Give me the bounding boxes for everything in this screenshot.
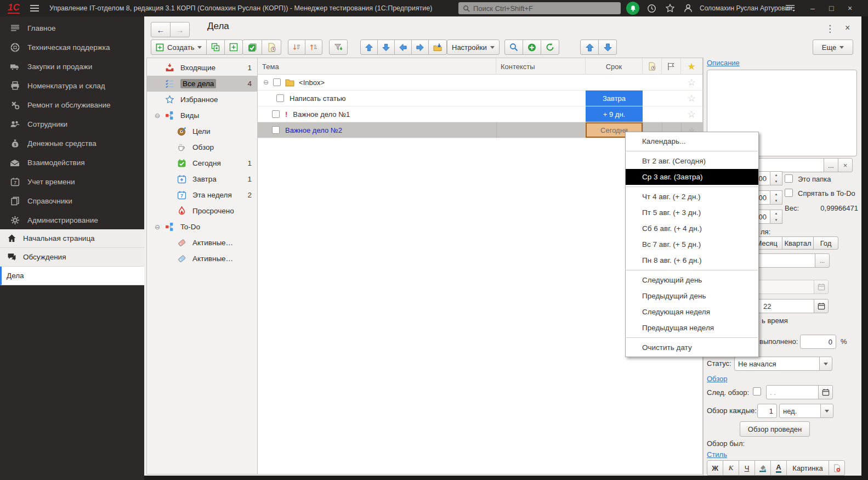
row-checkbox[interactable]	[273, 78, 281, 86]
menu-item-prev-day[interactable]: Предыдущий день	[626, 288, 758, 304]
done-percent-input[interactable]: 0	[800, 335, 836, 349]
close-window-button[interactable]: ×	[848, 0, 863, 16]
menu-item-plus6[interactable]: Пн 8 авг. (+ 6 дн.)	[626, 252, 758, 268]
kebab-menu-icon[interactable]: ⋮	[825, 23, 835, 35]
filter-button[interactable]	[329, 39, 348, 55]
service-menu-icon[interactable]	[785, 0, 795, 16]
move-left-button[interactable]	[394, 39, 412, 55]
col-star[interactable]: ★	[681, 58, 702, 75]
sidebar-item-money[interactable]: $ Денежные средства	[0, 134, 144, 153]
row-checkbox[interactable]	[272, 126, 280, 134]
tree-item-kinds[interactable]: ⊖ Виды	[147, 108, 257, 123]
font-color-button[interactable]: A	[770, 460, 787, 476]
row-checkbox[interactable]	[272, 110, 280, 118]
favorite-star-icon[interactable]: ☆	[681, 77, 702, 88]
move-down-button[interactable]	[377, 39, 395, 55]
sort-asc-button[interactable]	[305, 39, 322, 55]
menu-item-next-week[interactable]: Следующая неделя	[626, 304, 758, 320]
search-list-button[interactable]	[504, 39, 523, 55]
quarter-button[interactable]: Квартал	[782, 236, 814, 250]
spinner-buttons[interactable]: ▲▼	[770, 210, 782, 224]
back-button[interactable]: ←	[151, 22, 171, 37]
review-link[interactable]: Обзор	[707, 375, 728, 383]
style-link[interactable]: Стиль	[707, 450, 727, 459]
table-row[interactable]: Написать статью Завтра ☆	[258, 91, 702, 106]
main-menu-icon[interactable]	[30, 0, 39, 16]
maximize-button[interactable]: □	[829, 0, 844, 16]
collapse-icon[interactable]: ⊖	[155, 223, 160, 231]
sidebar-item-purchases[interactable]: Закупки и продажи	[0, 57, 144, 76]
sidebar-item-home[interactable]: Начальная страница	[0, 229, 144, 248]
due-badge[interactable]: + 9 дн.	[586, 106, 643, 122]
menu-item-calendar[interactable]: Календарь...	[626, 133, 758, 149]
tree-item-todo[interactable]: ⊖ To-Do	[147, 219, 257, 235]
review-done-button[interactable]: Обзор проведен	[740, 421, 810, 437]
collapse-icon[interactable]: ⊖	[155, 112, 160, 120]
tree-item-tomorrow[interactable]: Завтра 1	[147, 171, 257, 187]
row-up-button[interactable]	[580, 39, 599, 55]
forward-button[interactable]: →	[170, 22, 190, 37]
add-button[interactable]	[523, 39, 541, 55]
due-badge[interactable]: Завтра	[586, 91, 643, 106]
italic-button[interactable]: К	[723, 460, 739, 476]
tree-item-active-context-2[interactable]: Активные…	[147, 251, 257, 267]
review-every-input[interactable]: 1	[757, 404, 777, 418]
favorite-star-icon[interactable]: ☆	[681, 93, 702, 104]
sidebar-item-repair[interactable]: Ремонт и обслуживание	[0, 95, 144, 115]
sidebar-item-employees[interactable]: Сотрудники	[0, 115, 144, 134]
col-subject[interactable]: Тема	[258, 58, 496, 75]
create-button[interactable]: Создать	[151, 39, 207, 55]
complete-task-button[interactable]	[242, 39, 262, 55]
menu-item-plus4[interactable]: Сб 6 авг. (+ 4 дн.)	[626, 221, 758, 236]
bold-button[interactable]: Ж	[707, 460, 723, 476]
tree-item-favorites[interactable]: Избранное	[147, 92, 257, 108]
close-form-icon[interactable]: ×	[845, 23, 850, 33]
tree-item-inbox[interactable]: Входящие 1	[147, 60, 257, 76]
tree-item-active-context-1[interactable]: Активные…	[147, 235, 257, 251]
table-row[interactable]: ⊖ <Inbox> ☆	[258, 75, 702, 91]
move-to-folder-button[interactable]	[428, 39, 447, 55]
is-folder-checkbox[interactable]	[785, 174, 793, 183]
col-contexts[interactable]: Контексты	[496, 58, 586, 75]
description-link[interactable]: Описание	[707, 59, 740, 67]
dropdown-button[interactable]	[820, 404, 833, 418]
picture-button[interactable]: Картинка	[786, 460, 829, 476]
menu-item-next-day[interactable]: Следующий день	[626, 272, 758, 288]
year-button[interactable]: Год	[813, 236, 838, 250]
choose-button[interactable]: ...	[824, 158, 838, 172]
menu-item-tomorrow[interactable]: Ср 3 авг. (Завтра)	[626, 169, 758, 185]
tree-item-overdue[interactable]: Просрочено	[147, 203, 257, 219]
dropdown-button[interactable]	[819, 357, 832, 371]
settings-button[interactable]: Настройки	[447, 39, 500, 55]
collapse-icon[interactable]: ⊖	[263, 78, 269, 86]
fill-color-button[interactable]	[754, 460, 771, 476]
menu-item-clear-date[interactable]: Очистить дату	[626, 340, 758, 355]
calendar-button[interactable]	[818, 385, 833, 399]
tree-item-today[interactable]: Сегодня 1	[147, 155, 257, 171]
menu-item-prev-week[interactable]: Предыдущая неделя	[626, 320, 758, 336]
sidebar-item-time[interactable]: 7 Учет времени	[0, 172, 144, 191]
favorite-star-icon[interactable]: ☆	[681, 109, 702, 120]
calendar-button[interactable]	[814, 280, 829, 294]
next-review-date-input[interactable]: . .	[766, 385, 819, 399]
calendar-button[interactable]	[814, 299, 829, 313]
global-search-input[interactable]: Поиск Ctrl+Shift+F	[458, 2, 621, 14]
refresh-button[interactable]	[541, 39, 559, 55]
sidebar-item-tasks[interactable]: Дела	[0, 267, 144, 285]
move-up-button[interactable]	[360, 39, 378, 55]
notifications-button[interactable]	[626, 2, 639, 15]
user-button[interactable]	[683, 0, 693, 16]
tree-item-this-week[interactable]: 7 Эта неделя 2	[147, 187, 257, 203]
history-button[interactable]	[647, 0, 656, 16]
col-flag[interactable]	[662, 58, 681, 75]
tree-item-goals[interactable]: Цели	[147, 123, 257, 139]
tree-item-review[interactable]: Обзор	[147, 139, 257, 155]
row-down-button[interactable]	[598, 39, 617, 55]
next-review-checkbox[interactable]	[753, 387, 761, 396]
table-row[interactable]: ! Важное дело №1 + 9 дн. ☆	[258, 106, 702, 122]
sidebar-item-catalogs[interactable]: Справочники	[0, 191, 144, 211]
sidebar-item-discussions[interactable]: Обсуждения	[0, 248, 144, 267]
sidebar-item-stock[interactable]: Номенклатура и склад	[0, 76, 144, 95]
clear-button[interactable]: ×	[838, 158, 853, 172]
col-due[interactable]: Срок	[586, 58, 643, 75]
